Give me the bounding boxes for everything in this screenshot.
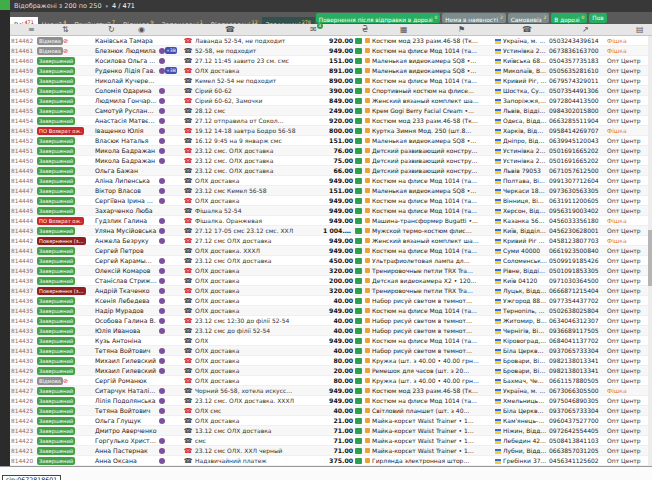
order-comment[interactable]: 23.12 смс ОЛХ. ХХЛ черный <box>194 446 322 455</box>
contacts-icon[interactable]: ◉ <box>138 25 145 35</box>
table-row[interactable]: 814450 Завершений⊘ Микола Бадражан ☎ 23.… <box>10 156 652 166</box>
table-row[interactable]: 814459 Завершений⊘ Руденко Лідія Гав. +3… <box>10 66 652 76</box>
viber-icon[interactable] <box>159 228 165 234</box>
customer-name[interactable]: Ольга Бажан <box>94 166 158 175</box>
order-comment[interactable]: 13.12 смс ОЛХ доставка <box>194 426 322 435</box>
call-icon[interactable]: ☎ <box>184 277 193 285</box>
order-comment[interactable]: 23.12 смс 12:30 до філії 52-54 <box>194 316 322 325</box>
customer-name[interactable]: Станіслав Стрижак <box>94 276 158 285</box>
call-icon[interactable]: ☎ <box>184 107 193 115</box>
order-comment[interactable]: ОЛХ доставка <box>194 196 322 205</box>
table-row[interactable]: 814436 Завершений⊘ Ксенія Лебедева ☎ ОЛХ… <box>10 296 652 306</box>
table-row[interactable]: 814425 Завершений⊘ Тетяна Войтович ☎ ОЛХ… <box>10 406 652 416</box>
call-icon[interactable]: ☎ <box>184 437 193 445</box>
customer-name[interactable]: Тетяна Войтович <box>94 346 158 355</box>
order-comment[interactable]: Фішалка. Оранжевая <box>194 216 322 225</box>
call-icon[interactable]: ☎ <box>184 337 193 345</box>
order-comment[interactable]: ОЛХ доставка <box>194 286 322 295</box>
order-comment[interactable]: ОЛХ доставка <box>194 356 322 365</box>
call-icon[interactable]: ☎ <box>184 67 193 75</box>
table-row[interactable]: 814438 Завершений⊘ Станіслав Стрижак ☎ О… <box>10 276 652 286</box>
order-comment[interactable]: ОЛХ доставка <box>194 376 322 385</box>
order-comment[interactable]: Надзвичайний платеж <box>194 456 322 465</box>
table-row[interactable]: 814433 Завершений⊘ Юлія Иванова ☎ 23.12 … <box>10 326 652 336</box>
order-comment[interactable]: 23.12 смс. ОЛХ доставка <box>194 166 322 175</box>
call-icon[interactable]: ☎ <box>184 397 193 405</box>
viber-icon[interactable] <box>159 458 165 464</box>
customer-name[interactable]: Микола Бадражан <box>94 156 158 165</box>
viber-icon[interactable] <box>159 118 165 124</box>
viber-icon[interactable] <box>159 178 165 184</box>
table-row[interactable]: 814430 Завершений⊘ Михаил Гилевский ☎ ОЛ… <box>10 356 652 366</box>
order-comment[interactable]: 52-58, не подходит <box>194 46 322 55</box>
status-tab[interactable]: Новий4 <box>38 17 71 24</box>
call-icon[interactable]: ☎ <box>184 427 193 435</box>
customer-name[interactable]: Гудзлик Галина <box>94 216 158 225</box>
table-row[interactable]: 814457 Завершений⊘ Соломія Одарина ☎ Сір… <box>10 86 652 96</box>
call-icon[interactable]: ☎ <box>184 447 193 455</box>
call-icon[interactable]: ☎ <box>184 287 193 295</box>
table-row[interactable]: 814431 Завершений⊘ Тетяна Войтович ☎ ОЛХ… <box>10 346 652 356</box>
status-tab[interactable]: Відправлені12 <box>207 17 262 24</box>
table-row[interactable]: 814421 Завершений⊘ Анна Пастернак ☎ 23.1… <box>10 446 652 456</box>
customer-name[interactable]: Сергій Романюк <box>94 376 158 385</box>
order-comment[interactable]: 23.12 смс до філії 52-54 <box>194 326 322 335</box>
viber-icon[interactable] <box>159 418 165 424</box>
vertical-scrollbar[interactable] <box>648 36 652 466</box>
rows-icon[interactable]: ≡ <box>28 25 35 35</box>
customer-name[interactable]: Сергіївна Ірина Ми. <box>94 196 158 205</box>
viber-icon[interactable] <box>159 198 165 204</box>
viber-icon[interactable] <box>159 288 165 294</box>
customer-name[interactable]: Микола Бадражан <box>94 146 158 155</box>
filter-button[interactable]: В дорозі 0 <box>551 13 587 23</box>
customer-name[interactable]: Юлія Иванова <box>94 326 158 335</box>
order-comment[interactable]: ОЛХ <box>194 336 322 345</box>
viber-icon[interactable] <box>159 158 165 164</box>
filter-button[interactable]: Нема в наявності 2 <box>442 13 505 23</box>
table-row[interactable]: 814432 Завершений⊘ Кузь Антоніна ☎ ОЛХ 9… <box>10 336 652 346</box>
table-row[interactable]: 814443 Завершений⊘ Уляна Мусійовська ☎ 2… <box>10 226 652 236</box>
call-icon[interactable]: ☎ <box>184 57 193 65</box>
table-row[interactable]: 814444 ПО Возврат ож.⊘ Гудзлик Галина ☎ … <box>10 216 652 226</box>
table-row[interactable]: 814426 Завершений⊘ Лілія Подолянська ☎ 2… <box>10 396 652 406</box>
table-row[interactable]: 814455 Завершений⊘ Самотуй Руслана Во. ☎… <box>10 106 652 116</box>
customer-name[interactable]: Самотуй Руслана Во. <box>94 106 158 115</box>
customer-name[interactable]: Горгулько Христина <box>94 436 158 445</box>
callback-icon[interactable]: ☎ <box>522 25 532 35</box>
call-icon[interactable]: ☎ <box>184 47 193 55</box>
columns-icon[interactable]: ▤ <box>636 25 644 35</box>
products-icon[interactable]: ▦ <box>400 25 408 35</box>
chevron-down-icon[interactable]: ▾ <box>106 0 109 12</box>
call-icon[interactable]: ☎ <box>184 247 193 255</box>
call-icon[interactable]: ☎ <box>184 237 193 245</box>
viber-icon[interactable] <box>159 308 165 314</box>
table-row[interactable]: 814452 Завершений⊘ Власюк Наталья ☎ 16.1… <box>10 136 652 146</box>
table-row[interactable]: 814442 Повернення (з…⊘ Анжела Безруку ☎ … <box>10 236 652 246</box>
table-row[interactable]: 814424 Завершений⊘ Ольга Глущук ☎ ОЛХ до… <box>10 416 652 426</box>
call-icon[interactable]: ☎ <box>184 147 193 155</box>
call-icon[interactable]: ☎ <box>184 417 193 425</box>
order-comment[interactable]: 27.12 11:45 завито 23 см. смс <box>194 56 322 65</box>
customer-name[interactable]: Канівська Тамара <box>94 36 158 45</box>
table-row[interactable]: 814422 Завершений⊘ Горгулько Христина ☎ … <box>10 436 652 446</box>
table-row[interactable]: 814428 Відмова⊘ Сергій Романюк ☎ ОЛХ дос… <box>10 376 652 386</box>
viber-icon[interactable] <box>159 278 165 284</box>
table-row[interactable]: 814440 Завершений⊘ Сергей Карамышев ☎ 23… <box>10 256 652 266</box>
sort-icon[interactable]: ⇅ <box>62 25 69 35</box>
order-comment[interactable]: ОЛХ доставка <box>194 66 322 75</box>
table-row[interactable]: 814454 Завершений⊘ Анастасія Матвєєва ☎ … <box>10 116 652 126</box>
phone-icon[interactable]: ☎ <box>225 25 235 35</box>
call-icon[interactable]: ☎ <box>184 97 193 105</box>
customer-name[interactable]: Захарченко Люба <box>94 206 158 215</box>
table-row[interactable]: 814460 Завершений⊘ Косилова Ольга Ар. ☎ … <box>10 56 652 66</box>
table-row[interactable]: 814441 Завершений⊘ Сергей Петров ☎ ОЛХ д… <box>10 246 652 256</box>
viber-icon[interactable] <box>159 98 165 104</box>
call-icon[interactable]: ☎ <box>184 297 193 305</box>
table-row[interactable]: 814439 Завершений⊘ Олексій Комаров ☎ ОЛХ… <box>10 266 652 276</box>
table-row[interactable]: 814462 Відмова⊘ Канівська Тамара ☎ Лаван… <box>10 36 652 46</box>
export-icon[interactable]: ↗ <box>582 25 589 35</box>
customer-name[interactable]: Іващенко Юлія <box>94 126 158 135</box>
filter-button[interactable]: Самовивіз 2 <box>508 13 550 23</box>
scrollbar-thumb[interactable] <box>648 230 652 286</box>
call-icon[interactable]: ☎ <box>184 327 193 335</box>
